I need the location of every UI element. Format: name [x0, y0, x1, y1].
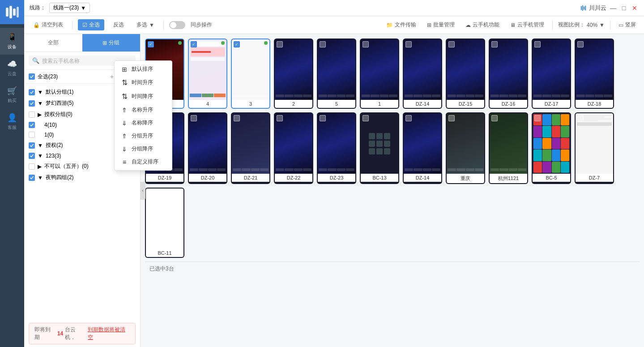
- phone-checkbox-BC-5[interactable]: [534, 115, 541, 121]
- phone-checkbox-DZ-17[interactable]: [534, 41, 541, 47]
- group-checkbox-g4[interactable]: [29, 122, 35, 128]
- phone-checkbox-4[interactable]: ✓: [191, 41, 197, 47]
- nav-item-devices[interactable]: 📱 设备: [0, 28, 24, 55]
- menu-item-group-asc[interactable]: ⇑ 分组升序: [115, 129, 172, 142]
- menu-item-name-asc[interactable]: ⇑ 名称升序: [115, 103, 172, 116]
- phone-checkbox-DZ-7[interactable]: [577, 115, 584, 121]
- phone-screen-1: [361, 39, 398, 100]
- phone-card-2[interactable]: 2: [274, 39, 313, 109]
- phone-card-1[interactable]: 1: [360, 39, 399, 109]
- phone-checkbox-DZ-22[interactable]: [277, 115, 283, 121]
- phone-checkbox-DZ-16[interactable]: [491, 41, 498, 47]
- group-item-nightowl[interactable]: ▼ 夜鸭四组(2): [24, 172, 140, 183]
- phone-checkbox-DZ-14[interactable]: [405, 41, 412, 47]
- phone-checkbox-BC-11[interactable]: [148, 190, 154, 197]
- select-all-checkbox[interactable]: [29, 73, 35, 80]
- group-checkbox-default[interactable]: [29, 89, 35, 95]
- phone-checkbox-2[interactable]: [277, 41, 283, 47]
- cloud-func-button[interactable]: ☁ 云手机功能: [463, 19, 502, 30]
- file-transfer-label: 文件传输: [395, 21, 416, 29]
- phone-card-DZ-14[interactable]: DZ-14: [403, 39, 442, 109]
- group-checkbox-nightowl[interactable]: [29, 175, 35, 181]
- phone-card-DZ-20[interactable]: DZ-20: [188, 112, 227, 184]
- group-checkbox-authorized[interactable]: [29, 142, 35, 149]
- group-label-g1: 1(0): [44, 132, 54, 138]
- menu-label-time-desc: 时间降序: [132, 93, 153, 100]
- group-checkbox-g1[interactable]: [29, 132, 35, 138]
- phone-checkbox-BC-13[interactable]: [363, 115, 369, 121]
- tab-group[interactable]: ⊞ 分组: [82, 34, 141, 51]
- phone-checkbox-chongqing[interactable]: [448, 115, 455, 121]
- nav-item-shop[interactable]: 🛒 购买: [0, 81, 24, 108]
- phone-checkbox-DZ-21[interactable]: [234, 115, 240, 121]
- phone-checkbox-hangzhou[interactable]: [491, 115, 498, 121]
- phone-label-1: 1: [361, 100, 398, 108]
- group-checkbox-dream[interactable]: [29, 100, 35, 107]
- phone-card-DZ-21[interactable]: DZ-21: [231, 112, 270, 184]
- phone-card-chongqing[interactable]: 重庆: [446, 112, 485, 184]
- menu-item-custom-sort[interactable]: ≡ 自定义排序: [115, 155, 172, 168]
- panel-collapse-button[interactable]: ‹: [140, 182, 145, 200]
- multi-select-button[interactable]: 多选 ▼: [133, 19, 158, 30]
- maximize-button[interactable]: □: [620, 4, 628, 12]
- phone-card-DZ-15[interactable]: DZ-15: [446, 39, 485, 109]
- phone-card-DZ-17[interactable]: DZ-17: [532, 39, 571, 109]
- phone-card-DZ-22[interactable]: DZ-22: [274, 112, 313, 184]
- phone-checkbox-3[interactable]: ✓: [234, 41, 240, 47]
- nav-item-service[interactable]: 👤 客服: [0, 108, 24, 135]
- phone-checkbox-DZ-20[interactable]: [191, 115, 197, 121]
- clear-list-button[interactable]: 🔒 清空列表: [30, 19, 67, 30]
- phone-card-DZ-16[interactable]: DZ-16: [489, 39, 528, 109]
- invert-button[interactable]: 反选: [110, 19, 128, 30]
- menu-item-group-desc[interactable]: ⇓ 分组降序: [115, 142, 172, 155]
- nav-label-service: 客服: [8, 124, 17, 131]
- phone-card-hangzhou[interactable]: 杭州1121: [489, 112, 528, 184]
- portrait-button[interactable]: ▭ 竖屏: [616, 19, 639, 30]
- sync-toggle[interactable]: [169, 21, 185, 29]
- menu-item-default-sort[interactable]: ⊞ 默认排序: [115, 63, 172, 76]
- phone-checkbox-1[interactable]: [363, 41, 369, 47]
- phone-card-5[interactable]: 5: [317, 39, 356, 109]
- phone-checkbox-5[interactable]: [320, 41, 326, 47]
- close-button[interactable]: ✕: [631, 4, 639, 12]
- phone-screen-DZ-20: [189, 113, 226, 174]
- view-ratio-chevron[interactable]: ▼: [599, 22, 605, 28]
- phone-card-3[interactable]: ✓ 3: [231, 39, 270, 109]
- group-checkbox-g123[interactable]: [29, 153, 35, 159]
- menu-item-name-desc[interactable]: ⇓ 名称降序: [115, 116, 172, 129]
- warning-pre-text: 即将到期: [34, 326, 55, 341]
- warning-link[interactable]: 到期数据将被清空: [88, 326, 130, 341]
- custom-sort-icon: ≡: [121, 159, 128, 166]
- phone-checkbox-DZ-23[interactable]: [320, 115, 326, 121]
- phone-checkbox-DZ-14b[interactable]: [405, 115, 412, 121]
- select-all-icon: ☑: [82, 22, 87, 28]
- menu-item-time-asc[interactable]: ⇅ 时间升序: [115, 76, 172, 90]
- tab-all[interactable]: 全部: [24, 34, 82, 51]
- select-all-button[interactable]: ☑ 全选: [78, 19, 104, 30]
- phone-card-DZ-18[interactable]: DZ-18: [575, 39, 614, 109]
- group-label-default: 默认分组(1): [46, 88, 74, 96]
- phone-card-BC-11[interactable]: BC-11: [145, 188, 184, 258]
- toggle-knob: [170, 22, 176, 28]
- batch-manage-button[interactable]: ⊞ 批量管理: [424, 19, 457, 30]
- group-checkbox-auth[interactable]: [29, 111, 35, 118]
- app-logo: [0, 0, 24, 24]
- minimize-button[interactable]: —: [609, 4, 617, 12]
- phone-card-DZ-14b[interactable]: DZ-14: [403, 112, 442, 184]
- phone-checkbox-DZ-18[interactable]: [577, 41, 584, 47]
- nav-item-cloud[interactable]: ☁️ 云盘: [0, 55, 24, 81]
- phone-card-DZ-23[interactable]: DZ-23: [317, 112, 356, 184]
- phone-card-4[interactable]: ✓ 4: [188, 39, 227, 109]
- phone-card-BC-13[interactable]: BC-13: [360, 112, 399, 184]
- group-checkbox-nok[interactable]: [29, 163, 35, 170]
- cloud-manage-button[interactable]: 🖥 云手机管理: [508, 19, 547, 30]
- menu-item-time-desc[interactable]: ⇅ 时间降序: [115, 90, 172, 103]
- route-select[interactable]: 线路一(23) ▼: [49, 3, 90, 13]
- phone-status-DZ-13: [178, 41, 182, 45]
- phone-checkbox-DZ-15[interactable]: [448, 41, 455, 47]
- menu-label-default-sort: 默认排序: [132, 65, 153, 73]
- phone-card-DZ-7[interactable]: DZ-7: [575, 112, 614, 184]
- phone-card-BC-5[interactable]: BC-5: [532, 112, 571, 184]
- phone-checkbox-DZ-13[interactable]: ✓: [148, 41, 154, 47]
- file-transfer-button[interactable]: 📁 文件传输: [384, 19, 419, 30]
